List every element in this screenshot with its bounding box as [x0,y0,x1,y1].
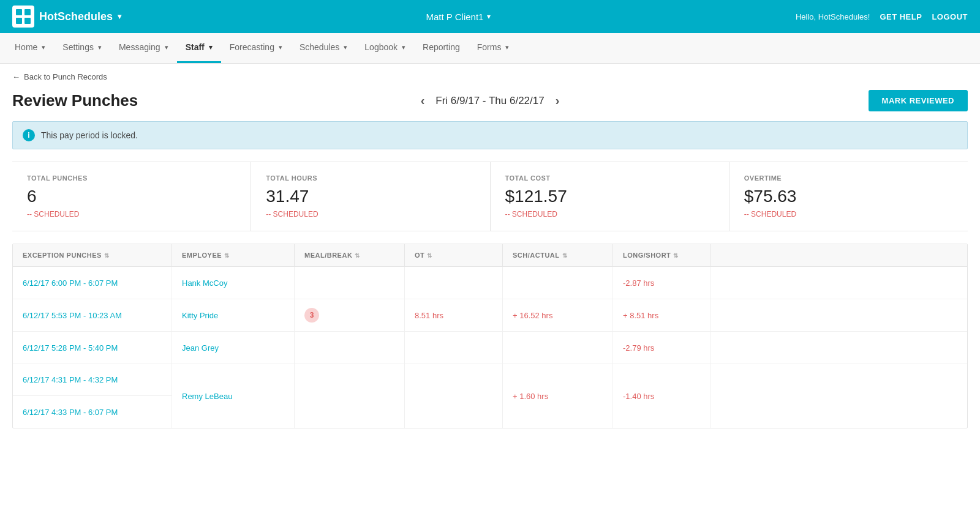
punch-time[interactable]: 6/12/17 4:33 PM - 6:07 PM [13,396,172,428]
employee-name[interactable]: Jean Grey [172,332,295,364]
user-selector[interactable]: Matt P Client1 ▾ [426,12,491,22]
table-row: 6/12/17 5:53 PM - 10:23 AMKitty Pride38.… [13,299,967,332]
stats-row: TOTAL PUNCHES6-- SCHEDULEDTOTAL HOURS31.… [12,162,968,231]
logo-chevron[interactable]: ▾ [118,12,121,21]
mark-reviewed-button[interactable]: MARK REVIEWED [869,90,968,111]
logout-button[interactable]: LOGOUT [932,12,968,21]
th-0[interactable]: EXCEPTION PUNCHES ⇅ [13,244,172,266]
stat-scheduled-1: -- SCHEDULED [266,210,475,218]
nav-item-messaging[interactable]: Messaging▾ [110,33,177,63]
table-row: 6/12/17 5:28 PM - 5:40 PMJean Grey-2.79 … [13,332,967,364]
sort-icon-4: ⇅ [562,252,568,259]
sch-actual: + 16.52 hrs [503,299,613,331]
employee-name[interactable]: Remy LeBeau [172,364,295,428]
long-short: -2.79 hrs [613,332,711,364]
logo-text: HotSchedules [39,10,113,23]
table-header: EXCEPTION PUNCHES ⇅EMPLOYEE ⇅MEAL/BREAK … [13,244,967,267]
th-1[interactable]: EMPLOYEE ⇅ [172,244,295,266]
scrollbar-col [711,299,731,331]
nav-chevron-schedules: ▾ [344,43,347,51]
meal-break [295,267,405,299]
nav-item-forms[interactable]: Forms▾ [469,33,518,63]
stat-label-1: TOTAL HOURS [266,174,475,182]
nav-item-reporting[interactable]: Reporting [414,33,469,63]
employee-name[interactable]: Kitty Pride [172,299,295,331]
next-date-button[interactable]: › [556,94,560,108]
back-link[interactable]: ← Back to Punch Records [0,64,980,84]
long-short: + 8.51 hrs [613,299,711,331]
back-link-text: Back to Punch Records [24,72,107,81]
ot-value: 8.51 hrs [405,299,503,331]
table-body: 6/12/17 6:00 PM - 6:07 PMHank McCoy-2.87… [13,267,967,428]
punch-times-col: 6/12/17 4:31 PM - 4:32 PM6/12/17 4:33 PM… [13,364,172,428]
employee-name[interactable]: Hank McCoy [172,267,295,299]
sort-icon-0: ⇅ [104,252,110,259]
back-arrow-icon: ← [12,72,20,81]
long-short: -2.87 hrs [613,267,711,299]
nav-item-schedules[interactable]: Schedules▾ [291,33,356,63]
svg-rect-2 [16,18,22,24]
date-navigation: ‹ Fri 6/9/17 - Thu 6/22/17 › [421,94,560,108]
get-help-button[interactable]: GET HELP [880,12,922,21]
meal-break: 3 [295,299,405,331]
th-5[interactable]: LONG/SHORT ⇅ [613,244,711,266]
meal-break [295,332,405,364]
sort-icon-2: ⇅ [355,252,360,259]
logo[interactable]: HotSchedules ▾ [12,6,121,28]
prev-date-button[interactable]: ‹ [421,94,425,108]
alert-message: This pay period is locked. [41,130,138,140]
nav-item-logbook[interactable]: Logbook▾ [356,33,414,63]
meal-break [295,364,405,428]
meal-badge: 3 [304,308,319,323]
user-name: Matt P Client1 [426,12,484,22]
nav-chevron-messaging: ▾ [165,43,168,51]
sch-actual [503,267,613,299]
nav-chevron-staff: ▾ [209,43,213,51]
svg-rect-1 [24,9,31,15]
stat-value-3: $75.63 [744,187,953,206]
page-header: Review Punches ‹ Fri 6/9/17 - Thu 6/22/1… [0,84,980,121]
nav-item-home[interactable]: Home▾ [6,33,54,63]
stat-value-1: 31.47 [266,187,475,206]
sort-icon-1: ⇅ [224,252,230,259]
punch-time[interactable]: 6/12/17 5:53 PM - 10:23 AM [13,299,172,331]
svg-rect-3 [24,18,31,24]
th-scrollbar [711,244,731,266]
stat-scheduled-0: -- SCHEDULED [27,210,236,218]
top-bar-right: Hello, HotSchedules! GET HELP LOGOUT [796,12,968,21]
scrollbar-col [711,332,731,364]
content: ← Back to Punch Records Review Punches ‹… [0,64,980,519]
nav-item-forecasting[interactable]: Forecasting▾ [221,33,291,63]
hello-text: Hello, HotSchedules! [796,12,870,21]
nav-chevron-settings: ▾ [98,43,102,51]
punch-time[interactable]: 6/12/17 5:28 PM - 5:40 PM [13,332,172,364]
th-2[interactable]: MEAL/BREAK ⇅ [295,244,405,266]
ot-value [405,364,503,428]
stat-item-3: OVERTIME$75.63-- SCHEDULED [729,162,968,231]
page-title: Review Punches [12,91,138,110]
sort-icon-3: ⇅ [427,252,432,259]
svg-rect-0 [16,9,22,15]
nav-chevron-forecasting: ▾ [279,43,282,51]
stat-value-2: $121.57 [505,187,714,206]
ot-value [405,332,503,364]
th-3[interactable]: OT ⇅ [405,244,503,266]
date-range: Fri 6/9/17 - Thu 6/22/17 [435,95,544,107]
alert-bar: i This pay period is locked. [12,121,968,149]
nav-item-staff[interactable]: Staff▾ [177,33,221,63]
long-short: -1.40 hrs [613,364,711,428]
punch-time[interactable]: 6/12/17 4:31 PM - 4:32 PM [13,364,172,396]
ot-value [405,267,503,299]
sch-actual [503,332,613,364]
scrollbar-col [711,364,731,428]
th-4[interactable]: SCH/ACTUAL ⇅ [503,244,613,266]
punch-time[interactable]: 6/12/17 6:00 PM - 6:07 PM [13,267,172,299]
stat-item-1: TOTAL HOURS31.47-- SCHEDULED [251,162,490,231]
stat-scheduled-3: -- SCHEDULED [744,210,953,218]
scrollbar-col [711,267,731,299]
stat-value-0: 6 [27,187,236,206]
top-bar: HotSchedules ▾ Matt P Client1 ▾ Hello, H… [0,0,980,33]
nav-item-settings[interactable]: Settings▾ [54,33,110,63]
nav-chevron-logbook: ▾ [402,43,405,51]
stat-label-2: TOTAL COST [505,174,714,182]
